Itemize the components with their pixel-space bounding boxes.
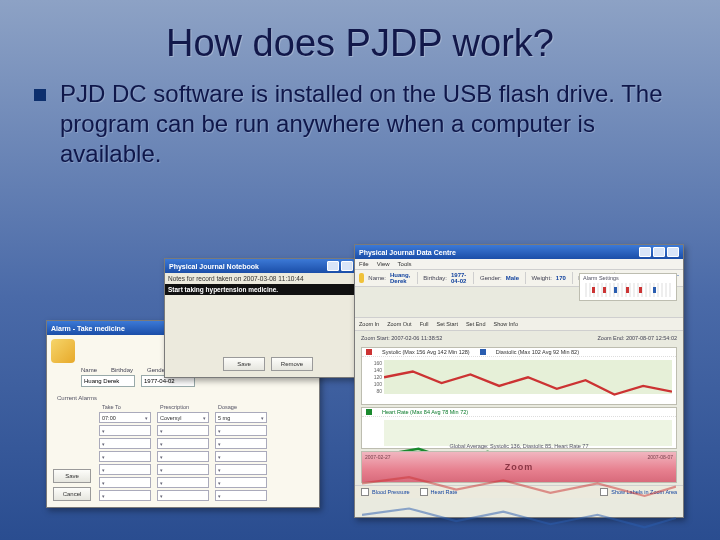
col-time: Take To bbox=[96, 403, 154, 411]
section-label: Current Alarms bbox=[47, 391, 319, 403]
bullet-text: PJD DC software is installed on the USB … bbox=[60, 79, 686, 169]
zoom-toolbar[interactable]: Zoom In Zoom Out Full Set Start Set End … bbox=[355, 317, 683, 331]
alarm-table: Take To Prescription Dosage 07:00Coversy… bbox=[96, 403, 270, 502]
slide: How does PJDP work? PJD DC software is i… bbox=[0, 0, 720, 540]
col-prescription: Prescription bbox=[154, 403, 212, 411]
note-line: Start taking hypertension medicine. bbox=[165, 284, 371, 295]
table-row bbox=[96, 463, 270, 476]
person-icon bbox=[359, 273, 364, 283]
table-row bbox=[96, 437, 270, 450]
titlebar[interactable]: Physical Journal Data Centre bbox=[355, 245, 683, 259]
table-row bbox=[96, 450, 270, 463]
table-row bbox=[96, 476, 270, 489]
menu-file[interactable]: File bbox=[359, 261, 369, 267]
alarm-settings: Alarm Settings bbox=[579, 273, 677, 301]
window-title: Physical Journal Notebook bbox=[169, 263, 259, 270]
swatch-hr-icon bbox=[366, 409, 372, 415]
window-controls[interactable] bbox=[639, 247, 679, 257]
swatch-systolic-icon bbox=[366, 349, 372, 355]
full-button[interactable]: Full bbox=[420, 321, 429, 327]
bullet-row: PJD DC software is installed on the USB … bbox=[28, 79, 692, 169]
col-dosage: Dosage bbox=[212, 403, 270, 411]
time-dd[interactable]: 07:00 bbox=[99, 412, 151, 423]
remove-button[interactable]: Remove bbox=[271, 357, 313, 371]
set-end-button[interactable]: Set End bbox=[466, 321, 486, 327]
titlebar[interactable]: Physical Journal Notebook bbox=[165, 259, 371, 273]
save-button[interactable]: Save bbox=[223, 357, 265, 371]
table-row bbox=[96, 489, 270, 502]
slide-title: How does PJDP work? bbox=[28, 22, 692, 65]
chart-blood-pressure: Systolic (Max 156 Avg 142 Min 128) Diast… bbox=[361, 347, 677, 405]
zoom-start: 2007-02-06 11:38:52 bbox=[391, 335, 442, 341]
menu-tools[interactable]: Tools bbox=[398, 261, 412, 267]
zoom-strip[interactable]: Global Average: Systolic 136, Diastolic … bbox=[361, 451, 677, 483]
name-value: Huang, Derek bbox=[390, 272, 411, 284]
window-notebook: Physical Journal Notebook Notes for reco… bbox=[164, 258, 372, 378]
label-name: Name bbox=[81, 367, 97, 373]
window-data-centre: Physical Journal Data Centre File View T… bbox=[354, 244, 684, 518]
zoom-end: 2007-08-07 12:54:02 bbox=[626, 335, 677, 341]
show-info-button[interactable]: Show Info bbox=[494, 321, 518, 327]
dose-dd[interactable]: 5 mg bbox=[215, 412, 267, 423]
label-birthday: Birthday bbox=[111, 367, 133, 373]
menubar[interactable]: File View Tools bbox=[355, 259, 683, 270]
note-header: Notes for record taken on 2007-03-08 11:… bbox=[165, 273, 371, 284]
table-row: 07:00Coversyl5 mg bbox=[96, 411, 270, 424]
zoom-in-button[interactable]: Zoom In bbox=[359, 321, 379, 327]
menu-view[interactable]: View bbox=[377, 261, 390, 267]
window-title: Physical Journal Data Centre bbox=[359, 249, 456, 256]
bell-icon bbox=[51, 339, 75, 363]
name-field[interactable] bbox=[81, 375, 135, 387]
save-button[interactable]: Save bbox=[53, 469, 91, 483]
swatch-diastolic-icon bbox=[480, 349, 486, 355]
table-row bbox=[96, 424, 270, 437]
set-start-button[interactable]: Set Start bbox=[437, 321, 458, 327]
rx-dd[interactable]: Coversyl bbox=[157, 412, 209, 423]
birthday-value: 1977-04-02 bbox=[451, 272, 467, 284]
bullet-icon bbox=[34, 89, 46, 101]
zoom-out-button[interactable]: Zoom Out bbox=[387, 321, 411, 327]
window-title: Alarm - Take medicine bbox=[51, 325, 125, 332]
cancel-button[interactable]: Cancel bbox=[53, 487, 91, 501]
